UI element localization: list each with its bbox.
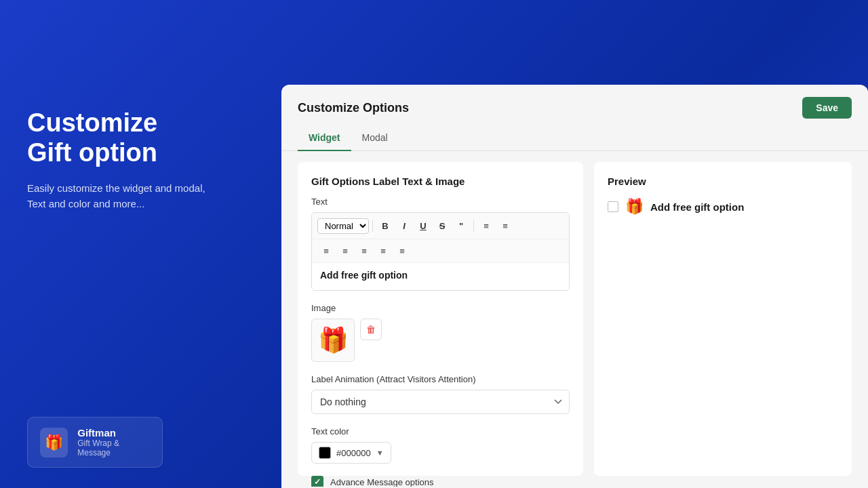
align-center-button[interactable]: ≡ bbox=[336, 242, 354, 260]
animation-select[interactable]: Do nothing Bounce Shake Pulse Flash bbox=[311, 390, 570, 414]
strikethrough-button[interactable]: S bbox=[433, 217, 451, 235]
panel-title: Customize Options bbox=[298, 101, 409, 115]
quote-button[interactable]: " bbox=[452, 217, 470, 235]
content-area: Gift Options Label Text & Image Text Nor… bbox=[281, 151, 868, 487]
animation-label: Label Animation (Attract Visitors Attent… bbox=[311, 374, 570, 384]
advance-label: Advance Message options bbox=[330, 477, 433, 487]
animation-section: Label Animation (Attract Visitors Attent… bbox=[311, 374, 570, 414]
brand-subtitle: Gift Wrap & Message bbox=[77, 439, 150, 458]
preview-checkbox bbox=[608, 201, 618, 212]
brand-card: 🎁 Giftman Gift Wrap & Message bbox=[27, 417, 163, 468]
text-editor: Normal B I U S " ≡ ≡ ≡ ≡ ≡ ≡ bbox=[311, 212, 570, 291]
image-label: Image bbox=[311, 303, 570, 313]
ordered-list-button[interactable]: ≡ bbox=[477, 217, 495, 235]
color-value: #000000 bbox=[336, 448, 371, 458]
image-upload-area: 🎁 🗑 bbox=[311, 319, 570, 362]
align-left-button[interactable]: ≡ bbox=[317, 242, 335, 260]
save-button[interactable]: Save bbox=[802, 97, 852, 119]
bold-button[interactable]: B bbox=[376, 217, 394, 235]
indent-button[interactable]: ≡ bbox=[393, 242, 411, 260]
hero-subtitle: Easily customize the widget and modal,Te… bbox=[27, 181, 258, 211]
italic-button[interactable]: I bbox=[395, 217, 413, 235]
toolbar-divider bbox=[372, 220, 373, 232]
advance-checkbox[interactable]: ✓ bbox=[311, 476, 323, 487]
format-select[interactable]: Normal bbox=[317, 218, 369, 234]
hero-title: CustomizeGift option bbox=[27, 108, 258, 167]
align-right-button[interactable]: ≡ bbox=[355, 242, 373, 260]
brand-icon: 🎁 bbox=[40, 428, 68, 458]
preview-gift-icon: 🎁 bbox=[625, 198, 644, 216]
section-title: Gift Options Label Text & Image bbox=[311, 176, 570, 187]
advance-section: ✓ Advance Message options bbox=[311, 476, 570, 487]
unordered-list-button[interactable]: ≡ bbox=[496, 217, 514, 235]
preview-title: Preview bbox=[608, 176, 838, 187]
delete-image-button[interactable]: 🗑 bbox=[360, 319, 382, 340]
hero-section: CustomizeGift option Easily customize th… bbox=[0, 0, 285, 488]
left-card: Gift Options Label Text & Image Text Nor… bbox=[298, 162, 583, 476]
preview-gift-text: Add free gift option bbox=[650, 201, 744, 213]
toolbar-row2: ≡ ≡ ≡ ≡ ≡ bbox=[312, 239, 569, 263]
tab-modal[interactable]: Modal bbox=[351, 125, 399, 151]
color-arrow-icon: ▼ bbox=[376, 449, 384, 457]
checkmark-icon: ✓ bbox=[314, 477, 321, 487]
toolbar-row1: Normal B I U S " ≡ ≡ bbox=[312, 213, 569, 239]
editor-content[interactable]: Add free gift option bbox=[312, 263, 569, 290]
tab-widget[interactable]: Widget bbox=[298, 125, 351, 151]
image-thumbnail: 🎁 bbox=[311, 319, 355, 362]
toolbar-divider2 bbox=[473, 220, 474, 232]
main-panel: Customize Options Save Widget Modal Gift… bbox=[281, 85, 868, 488]
text-label: Text bbox=[311, 197, 570, 207]
color-swatch bbox=[319, 447, 331, 459]
align-justify-button[interactable]: ≡ bbox=[374, 242, 392, 260]
preview-content: 🎁 Add free gift option bbox=[608, 198, 838, 216]
color-section: Text color #000000 ▼ bbox=[311, 426, 570, 464]
tabs-container: Widget Modal bbox=[281, 125, 868, 151]
preview-card: Preview 🎁 Add free gift option bbox=[594, 162, 852, 476]
color-label: Text color bbox=[311, 426, 570, 436]
underline-button[interactable]: U bbox=[414, 217, 432, 235]
color-picker-button[interactable]: #000000 ▼ bbox=[311, 442, 391, 464]
brand-name: Giftman bbox=[77, 427, 150, 439]
image-section: Image 🎁 🗑 bbox=[311, 303, 570, 362]
panel-header: Customize Options Save bbox=[281, 85, 868, 119]
